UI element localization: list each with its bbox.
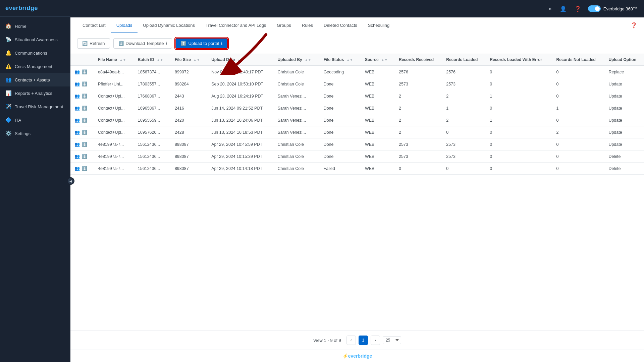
cell-file-size: 2416 (171, 102, 207, 114)
sidebar-item-reports-analytics[interactable]: 📊 Reports + Analytics (0, 86, 70, 100)
contacts-row-icon[interactable]: 👥 (74, 94, 80, 99)
sidebar-item-label: Communications (15, 51, 47, 56)
cell-file-name: 4e81997a-7... (94, 150, 134, 163)
cell-upload-option: Update (604, 78, 644, 90)
sidebar-item-travel-risk[interactable]: ✈️ Travel Risk Management (0, 100, 70, 113)
tab-rules[interactable]: Rules (297, 17, 318, 33)
cell-records-loaded: 2573 (442, 138, 486, 150)
footer: ⚡everbridge (70, 350, 644, 362)
sort-icon: ▲▼ (346, 58, 353, 62)
tab-groups[interactable]: Groups (271, 17, 297, 33)
col-file-status[interactable]: File Status ▲▼ (320, 54, 361, 66)
col-file-name[interactable]: File Name ▲▼ (94, 54, 134, 66)
cell-file-size: 2443 (171, 90, 207, 102)
sidebar-collapse-button[interactable]: ◀ (67, 177, 74, 185)
download-row-icon[interactable]: ⬇️ (82, 69, 87, 74)
toggle-switch[interactable] (588, 5, 601, 12)
sort-icon: ▲▼ (193, 58, 200, 62)
sidebar-item-settings[interactable]: ⚙️ Settings (0, 127, 70, 140)
download-template-button[interactable]: ⬇️ Download Template ℹ (113, 38, 172, 49)
uploads-table-container: File Name ▲▼ Batch ID ▲▼ File Size ▲▼ (70, 54, 644, 330)
help-circle-icon[interactable]: ❓ (573, 4, 583, 13)
cell-upload-option: Replace (604, 66, 644, 78)
refresh-button[interactable]: 🔄 Refresh (77, 38, 110, 49)
warning-icon: ⚠️ (5, 63, 11, 69)
contacts-row-icon[interactable]: 👥 (74, 142, 80, 147)
col-upload-date[interactable]: Upload Date ▲▼ (207, 54, 273, 66)
sort-icon: ▲▼ (381, 58, 388, 62)
topbar: « 👤 ❓ Everbridge 360™ (70, 0, 644, 17)
sort-icon: ▲▼ (157, 58, 163, 62)
content-card: Contact List Uploads Upload Dynamic Loca… (70, 17, 644, 350)
contacts-row-icon[interactable]: 👥 (74, 118, 80, 123)
chart-icon: 📊 (5, 90, 11, 96)
tab-uploads[interactable]: Uploads (111, 17, 138, 33)
contacts-row-icon[interactable]: 👥 (74, 130, 80, 135)
cell-records-loaded-error: 0 (486, 126, 552, 138)
tab-upload-dynamic[interactable]: Upload Dynamic Locations (138, 17, 200, 33)
tab-travel-connector[interactable]: Travel Connector and API Logs (200, 17, 271, 33)
cell-records-loaded-error: 0 (486, 66, 552, 78)
upload-to-portal-button[interactable]: ⬆️ Upload to portal ℹ (175, 38, 228, 49)
table-row: 👥 ⬇️ e8a449ea-b... 18567374... 899072 No… (70, 66, 644, 78)
edition-toggle[interactable]: Everbridge 360™ (588, 5, 637, 12)
table-row: 👥 ⬇️ Pfieffer+Uni... 17803557... 898284 … (70, 78, 644, 90)
cell-records-loaded: 0 (442, 163, 486, 175)
download-row-icon[interactable]: ⬇️ (82, 118, 87, 123)
next-page-button[interactable]: › (371, 336, 380, 345)
cell-file-size: 898087 (171, 163, 207, 175)
cell-records-received: 2576 (395, 66, 442, 78)
cell-records-loaded: 0 (442, 126, 486, 138)
cell-upload-option: Update (604, 126, 644, 138)
cell-records-received: 2573 (395, 78, 442, 90)
cell-source: WEB (361, 78, 395, 90)
tab-scheduling[interactable]: Scheduling (363, 17, 395, 33)
page-1-button[interactable]: 1 (359, 336, 368, 345)
cell-records-not-loaded: 0 (552, 114, 605, 126)
contacts-row-icon[interactable]: 👥 (74, 106, 80, 111)
cell-file-name: 4e81997a-7... (94, 138, 134, 150)
col-batch-id[interactable]: Batch ID ▲▼ (134, 54, 171, 66)
cell-batch-id: 18567374... (134, 66, 171, 78)
cell-uploaded-by: Sarah Venezi... (273, 90, 319, 102)
page-size-select[interactable]: 25 50 100 (383, 336, 401, 344)
sidebar-item-communications[interactable]: 🔔 Communications (0, 46, 70, 60)
download-row-icon[interactable]: ⬇️ (82, 94, 87, 99)
sidebar-item-contacts-assets[interactable]: 👥 Contacts + Assets (0, 73, 70, 86)
table-row: 👥 ⬇️ Contact+Upl... 16965867... 2416 Jun… (70, 102, 644, 114)
sidebar-item-crisis-management[interactable]: ⚠️ Crisis Management (0, 60, 70, 73)
cell-upload-date: Sep 20, 2024 10:53:10 PDT (207, 78, 273, 90)
download-row-icon[interactable]: ⬇️ (82, 81, 87, 86)
col-file-size[interactable]: File Size ▲▼ (171, 54, 207, 66)
tab-contact-list[interactable]: Contact List (77, 17, 111, 33)
cell-records-not-loaded: 0 (552, 90, 605, 102)
double-chevron-left-icon[interactable]: « (547, 4, 553, 13)
refresh-label: Refresh (90, 41, 105, 46)
tab-deleted-contacts[interactable]: Deleted Contacts (318, 17, 363, 33)
user-icon[interactable]: 👤 (558, 4, 568, 13)
cell-file-status: Done (320, 114, 361, 126)
download-row-icon[interactable]: ⬇️ (82, 106, 87, 111)
download-icon: ⬇️ (118, 41, 124, 46)
cell-file-status: Done (320, 78, 361, 90)
cell-records-received: 2 (395, 102, 442, 114)
col-source[interactable]: Source ▲▼ (361, 54, 395, 66)
contacts-row-icon[interactable]: 👥 (74, 166, 80, 171)
cell-file-name: 4e81997a-7... (94, 163, 134, 175)
col-uploaded-by[interactable]: Uploaded By ▲▼ (273, 54, 319, 66)
contacts-row-icon[interactable]: 👥 (74, 154, 80, 159)
col-upload-option: Upload Option (604, 54, 644, 66)
download-row-icon[interactable]: ⬇️ (82, 166, 87, 171)
download-row-icon[interactable]: ⬇️ (82, 154, 87, 159)
sidebar-item-ita[interactable]: 🔷 ITA (0, 113, 70, 127)
cell-file-size: 898087 (171, 150, 207, 163)
prev-page-button[interactable]: ‹ (346, 336, 356, 345)
sidebar-item-situational-awareness[interactable]: 📡 Situational Awareness (0, 33, 70, 46)
download-row-icon[interactable]: ⬇️ (82, 142, 87, 147)
contacts-row-icon[interactable]: 👥 (74, 81, 80, 86)
download-row-icon[interactable]: ⬇️ (82, 130, 87, 135)
sidebar-item-home[interactable]: 🏠 Home (0, 19, 70, 33)
contacts-row-icon[interactable]: 👥 (74, 69, 80, 74)
cell-records-loaded: 2 (442, 114, 486, 126)
tab-help-icon[interactable]: ❓ (631, 22, 637, 28)
